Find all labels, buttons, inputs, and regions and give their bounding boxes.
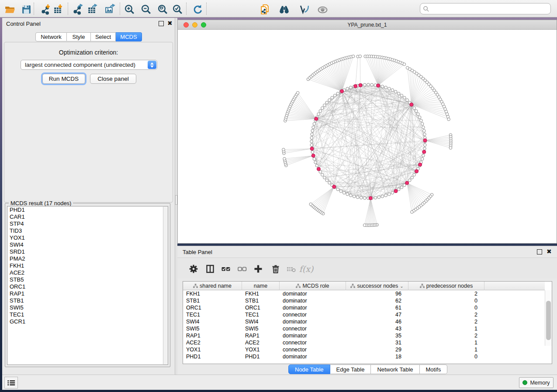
zoom-in-icon[interactable] <box>123 3 135 15</box>
show-graphics-details-icon[interactable] <box>316 3 329 15</box>
table-scrollbar-thumb[interactable] <box>546 301 551 340</box>
import-network-icon[interactable] <box>39 3 52 15</box>
graph-mcds-node[interactable] <box>419 163 422 166</box>
graph-node[interactable] <box>367 83 370 86</box>
mcds-result-item[interactable]: PHD1 <box>7 206 163 213</box>
graph-mcds-node[interactable] <box>405 181 409 185</box>
graph-leaf-node[interactable] <box>283 157 286 160</box>
graph-node[interactable] <box>343 191 346 194</box>
graph-node[interactable] <box>384 194 387 197</box>
export-network-icon[interactable] <box>71 3 83 15</box>
mcds-result-item[interactable]: STP4 <box>7 220 163 227</box>
column-header-name[interactable]: name <box>242 282 280 290</box>
graph-leaf-node[interactable] <box>411 210 414 213</box>
graph-node[interactable] <box>394 90 397 93</box>
table-row[interactable]: RAP1RAP1dominator352 <box>183 332 545 339</box>
graph-node[interactable] <box>363 196 367 199</box>
graph-node[interactable] <box>313 158 316 161</box>
network-window-titlebar[interactable]: YPA_prune.txt_1 <box>178 20 557 30</box>
graph-mcds-node[interactable] <box>340 89 344 93</box>
graph-node[interactable] <box>310 140 313 143</box>
graph-node[interactable] <box>381 195 384 198</box>
mcds-result-item[interactable]: ACE2 <box>7 269 163 276</box>
graph-node[interactable] <box>423 133 426 136</box>
graph-node[interactable] <box>331 96 334 100</box>
graph-node[interactable] <box>321 107 324 110</box>
graph-node[interactable] <box>321 173 324 176</box>
table-row[interactable]: PHD1PHD1dominator180 <box>183 353 545 360</box>
graph-mcds-node[interactable] <box>317 167 320 171</box>
graph-node[interactable] <box>356 196 359 199</box>
graph-node[interactable] <box>323 176 326 179</box>
graph-node[interactable] <box>370 83 374 86</box>
graph-node[interactable] <box>311 133 314 136</box>
graph-mcds-node[interactable] <box>311 154 315 158</box>
tab-motifs[interactable]: Motifs <box>420 364 448 374</box>
graph-leaf-node[interactable] <box>449 147 452 150</box>
graph-node[interactable] <box>421 123 424 126</box>
mcds-result-item[interactable]: STB1 <box>7 297 163 304</box>
graph-node[interactable] <box>315 164 318 167</box>
graph-node[interactable] <box>311 129 314 132</box>
graph-node[interactable] <box>391 89 394 92</box>
search-input[interactable] <box>429 6 548 12</box>
network-graph[interactable] <box>178 30 557 243</box>
graph-mcds-node[interactable] <box>359 83 362 87</box>
graph-node[interactable] <box>312 126 315 129</box>
table-row[interactable]: TEC1TEC1connector472 <box>183 311 545 318</box>
graph-node[interactable] <box>422 129 426 132</box>
network-canvas[interactable] <box>178 30 557 243</box>
graph-node[interactable] <box>319 110 322 113</box>
table-row[interactable]: ACE2ACE2connector311 <box>183 339 545 346</box>
graph-node[interactable] <box>374 196 377 199</box>
graph-node[interactable] <box>408 179 411 182</box>
graph-mcds-node[interactable] <box>422 150 426 154</box>
optimization-criterion-select[interactable]: largest connected component (undirected) <box>21 60 157 70</box>
graph-node[interactable] <box>400 94 403 97</box>
column-header-predecessor-nodes[interactable]: predecessor nodes <box>408 282 484 290</box>
graph-node[interactable] <box>360 196 363 199</box>
graph-mcds-node[interactable] <box>354 84 357 88</box>
graph-node[interactable] <box>388 87 391 90</box>
graph-mcds-node[interactable] <box>394 189 398 193</box>
mcds-result-item[interactable]: SRD1 <box>7 248 163 255</box>
column-header-MCDS-role[interactable]: MCDS role <box>280 282 346 290</box>
graph-node[interactable] <box>314 161 317 164</box>
graph-node[interactable] <box>384 86 387 89</box>
zoom-selected-icon[interactable] <box>171 3 183 15</box>
graph-node[interactable] <box>325 179 329 182</box>
graph-node[interactable] <box>420 119 423 122</box>
mcds-result-item[interactable]: TEC1 <box>7 311 163 318</box>
table-row[interactable]: YOX1YOX1connector291 <box>183 346 545 353</box>
tab-network-table[interactable]: Network Table <box>371 364 419 374</box>
network-file-icon[interactable] <box>259 3 271 15</box>
import-table-icon[interactable] <box>52 3 64 15</box>
delete-column-icon[interactable] <box>270 263 281 275</box>
graph-node[interactable] <box>349 194 353 197</box>
graph-node[interactable] <box>363 83 367 86</box>
open-file-icon[interactable] <box>3 3 16 15</box>
graph-node[interactable] <box>328 181 331 184</box>
graph-node[interactable] <box>423 144 426 147</box>
graph-node[interactable] <box>422 154 425 157</box>
graph-leaf-node[interactable] <box>447 118 450 121</box>
graph-mcds-node[interactable] <box>332 185 336 189</box>
gear-icon[interactable] <box>188 263 199 275</box>
mcds-result-item[interactable]: GCR1 <box>7 318 163 325</box>
memory-button[interactable]: Memory <box>519 377 554 388</box>
run-mcds-button[interactable]: Run MCDS <box>42 74 85 84</box>
graph-node[interactable] <box>346 87 349 90</box>
add-column-icon[interactable] <box>253 263 264 275</box>
mcds-result-item[interactable]: RAP1 <box>7 290 163 297</box>
mcds-result-scrollbar[interactable] <box>163 206 168 365</box>
graph-node[interactable] <box>328 99 331 102</box>
graph-node[interactable] <box>400 186 403 189</box>
graph-node[interactable] <box>339 190 343 193</box>
vizmapper-icon[interactable] <box>298 3 310 15</box>
graph-node[interactable] <box>406 99 409 102</box>
graph-node[interactable] <box>313 123 316 126</box>
graph-node[interactable] <box>411 176 414 179</box>
graph-node[interactable] <box>413 107 416 110</box>
save-session-icon[interactable] <box>20 3 32 15</box>
graph-node[interactable] <box>310 137 313 140</box>
